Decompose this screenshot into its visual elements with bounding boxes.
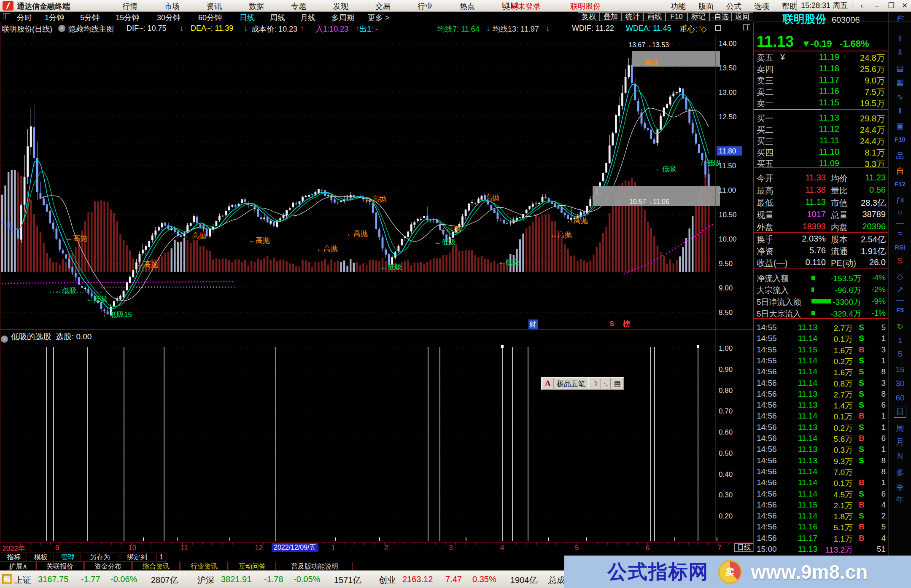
- menu-item-发现[interactable]: 发现: [333, 1, 348, 11]
- tab-扩展∧[interactable]: 扩展∧: [1, 562, 35, 570]
- f10-icon[interactable]: F10: [889, 136, 911, 143]
- timeline-period-box[interactable]: 日线: [734, 543, 754, 552]
- menu-item-功能[interactable]: 功能: [671, 1, 686, 11]
- tab-互动问答[interactable]: 互动问答: [229, 562, 276, 570]
- menu-item-版面[interactable]: 版面: [698, 1, 714, 11]
- rsi-icon[interactable]: RSI: [889, 244, 911, 251]
- toolbar-button-叠加[interactable]: 叠加: [600, 12, 622, 21]
- wave-icon[interactable]: ≈: [889, 229, 911, 238]
- tab-综合资讯[interactable]: 综合资讯: [132, 562, 180, 570]
- menu-item-热点[interactable]: 热点: [460, 1, 475, 11]
- candle-icon[interactable]: ‖: [889, 106, 911, 115]
- report-icon[interactable]: ▤: [889, 63, 911, 73]
- period-tab-60分钟[interactable]: 60分钟: [198, 13, 222, 23]
- menu-item-选项[interactable]: 选项: [754, 1, 769, 11]
- back-arrow-icon[interactable]: ⇦: [898, 12, 905, 22]
- menu-item-行业[interactable]: 行业: [418, 1, 433, 11]
- period-30-icon[interactable]: 30: [889, 379, 911, 388]
- period-1-icon[interactable]: 1: [889, 336, 911, 345]
- period-n-icon[interactable]: N: [889, 451, 911, 461]
- period-tab-月线[interactable]: 月线: [300, 13, 315, 23]
- ime-name[interactable]: 极品五笔: [554, 378, 588, 389]
- menu-item-数据[interactable]: 数据: [249, 1, 264, 11]
- move-icon[interactable]: ◇: [889, 272, 911, 282]
- ime-toolbar[interactable]: A 极品五笔 ☽ ·, ▤: [541, 377, 624, 390]
- collapse-icon[interactable]: ˅: [58, 25, 65, 32]
- menu-current-stock[interactable]: 联明股份: [570, 1, 601, 11]
- status-market-icon[interactable]: [2, 574, 12, 584]
- ime-keyboard-icon[interactable]: ▤: [611, 378, 623, 389]
- maximize-pane-icon[interactable]: [743, 24, 750, 30]
- menu-item-行情[interactable]: 行情: [122, 1, 137, 11]
- trade-login-status[interactable]: 交易未登录: [503, 1, 541, 11]
- tree-icon[interactable]: 品: [889, 150, 911, 161]
- menu-item-交易[interactable]: 交易: [375, 1, 391, 11]
- collapse-button[interactable]: ‹: [856, 1, 867, 11]
- tab-绑定到[interactable]: 绑定到: [119, 553, 155, 562]
- pencil-icon[interactable]: ↗: [889, 285, 911, 294]
- period-tab-1分钟[interactable]: 1分钟: [45, 13, 64, 23]
- ime-mode-icon[interactable]: A: [542, 378, 554, 389]
- period-tab-30分钟[interactable]: 30分钟: [157, 13, 181, 23]
- line-chart-icon[interactable]: ∿: [889, 92, 911, 102]
- tab-1[interactable]: 1: [156, 553, 167, 562]
- ime-fullhalf-icon[interactable]: ☽: [588, 378, 601, 389]
- close-button[interactable]: ✕: [899, 1, 910, 11]
- period-tab-更多 >[interactable]: 更多 >: [368, 13, 390, 23]
- toolbar-button-统计[interactable]: 统计: [622, 12, 644, 21]
- self-select-icon[interactable]: 自: [889, 166, 911, 177]
- menu-item-市场[interactable]: 市场: [164, 1, 180, 11]
- toolbar-button-标记[interactable]: 标记: [687, 12, 709, 21]
- period-year-icon[interactable]: 年: [889, 494, 911, 505]
- period-tab-日线[interactable]: 日线: [240, 13, 255, 23]
- formula-icon[interactable]: ƒx: [889, 195, 911, 204]
- period-tab-15分钟[interactable]: 15分钟: [116, 13, 139, 23]
- menu-item-专题[interactable]: 专题: [291, 1, 306, 11]
- tab-管理[interactable]: 管理: [55, 553, 81, 562]
- period-15-icon[interactable]: 15: [889, 365, 911, 374]
- scroll-up-icon[interactable]: ⇧: [889, 34, 911, 43]
- period-week-icon[interactable]: 周: [889, 423, 911, 434]
- period-5-icon[interactable]: 5: [889, 349, 911, 359]
- period-tab-多周期[interactable]: 多周期: [332, 13, 354, 23]
- tab-行业资讯[interactable]: 行业资讯: [181, 562, 228, 570]
- collapse-icon[interactable]: ˅: [1, 336, 8, 343]
- period-tab-分时[interactable]: 分时: [17, 13, 32, 23]
- menu-item-公式[interactable]: 公式: [726, 1, 741, 11]
- split-window-icon[interactable]: [3, 13, 10, 20]
- refresh-icon[interactable]: ↻: [889, 322, 911, 331]
- gravity-toggle-box[interactable]: [715, 25, 721, 31]
- period-60-icon[interactable]: 60: [889, 393, 911, 403]
- menu-item-帮助[interactable]: 帮助: [782, 1, 797, 11]
- divider-icon[interactable]: —: [889, 218, 911, 228]
- pages-icon[interactable]: ▣: [889, 121, 911, 131]
- toolbar-button-F10[interactable]: F10: [666, 12, 687, 21]
- tab-模板[interactable]: 模板: [28, 553, 54, 562]
- timeline[interactable]: 2022年 91011121234567 2022/12/09/五 日线: [0, 542, 754, 552]
- menu-item-资讯[interactable]: 资讯: [207, 1, 222, 11]
- period-multi-icon[interactable]: 多: [889, 467, 911, 478]
- tab-关联报价[interactable]: 关联报价: [36, 562, 84, 570]
- period-month-icon[interactable]: 月: [889, 437, 911, 448]
- period-quarter-icon[interactable]: 季: [889, 482, 911, 493]
- chart-area[interactable]: 联明股份(日线)˅隐藏均线主图DIF~: 10.75↓DEA~: 11.39↓成…: [0, 22, 754, 543]
- restore-button[interactable]: ❐: [886, 1, 897, 11]
- f5-icon[interactable]: F5: [889, 306, 911, 314]
- tab-指标[interactable]: 指标: [1, 553, 27, 562]
- toolbar-button-画线[interactable]: 画线: [644, 12, 666, 21]
- tab-普及版功能说明[interactable]: 普及版功能说明: [277, 562, 353, 570]
- f12-icon[interactable]: F12: [889, 180, 911, 188]
- ime-punct-icon[interactable]: ·,: [601, 378, 611, 389]
- tab-另存为[interactable]: 另存为: [82, 553, 118, 562]
- period-day-icon[interactable]: 日: [894, 406, 906, 418]
- period-tab-5分钟[interactable]: 5分钟: [80, 13, 100, 23]
- toolbar-button--自选[interactable]: -自选: [709, 12, 731, 21]
- matrix-icon[interactable]: ▦: [889, 77, 911, 87]
- period-tab-周线[interactable]: 周线: [270, 13, 285, 23]
- scroll-down-icon[interactable]: ⇩: [889, 47, 911, 57]
- toolbar-button-复权[interactable]: 复权: [578, 12, 600, 21]
- candlestick-chart[interactable]: 13.67→13.5310.57→11.06←高抛←高抛←高抛←高抛←高抛←高抛…: [0, 22, 754, 543]
- minimize-button[interactable]: –: [871, 1, 882, 11]
- circle-icon[interactable]: ○: [889, 208, 911, 217]
- s-icon[interactable]: S: [889, 256, 911, 266]
